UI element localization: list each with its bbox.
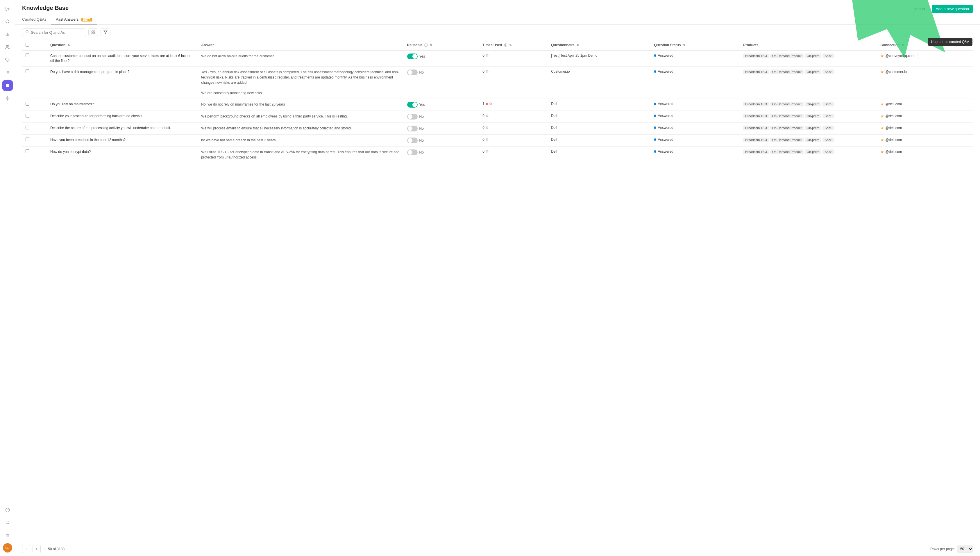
times-settings-icon[interactable]: ⚙ (486, 149, 489, 154)
star-icon[interactable]: ★ (880, 53, 884, 58)
reusable-toggle[interactable] (407, 102, 417, 108)
row-checkbox[interactable] (26, 53, 29, 57)
table-row: Do you rely on mainframes? No, we do not… (22, 99, 973, 110)
search-box[interactable] (22, 28, 86, 36)
status-dot (654, 54, 656, 57)
reusable-toggle[interactable] (407, 53, 417, 59)
more-actions-icon[interactable]: ⋮ (903, 114, 907, 118)
star-icon[interactable]: ★ (880, 70, 884, 74)
times-settings-icon[interactable]: ⚙ (486, 53, 489, 58)
row-times-used: 0 ⚙ (479, 110, 548, 123)
sidebar-icon-flag[interactable] (2, 517, 13, 528)
more-actions-icon[interactable]: ⋮ (903, 126, 907, 130)
more-actions-icon[interactable]: ⋮ (916, 53, 920, 58)
rows-per-page-select[interactable]: 50 100 25 (957, 546, 973, 553)
reusable-toggle[interactable] (407, 137, 417, 143)
more-actions-icon[interactable]: ⋮ (903, 102, 907, 107)
svg-rect-28 (93, 32, 95, 34)
product-tag: On-prem (805, 70, 821, 74)
tab-bar: Curated Q&As Past Answers BETA (22, 15, 973, 24)
sidebar-icon-list[interactable] (2, 68, 13, 78)
times-settings-icon[interactable]: ⚙ (489, 102, 492, 106)
more-actions-icon[interactable]: ⋮ (903, 137, 907, 142)
svg-rect-26 (93, 31, 95, 32)
select-all-checkbox[interactable] (26, 43, 29, 47)
row-checkbox[interactable] (26, 70, 29, 73)
star-icon[interactable]: ★ (880, 102, 884, 107)
star-icon[interactable]: ★ (880, 114, 884, 118)
row-status: Answered (650, 66, 740, 99)
sidebar-icon-search[interactable] (2, 16, 13, 27)
times-settings-icon[interactable]: ⚙ (486, 114, 489, 118)
layout-toggle-button[interactable] (89, 29, 98, 36)
row-reusable: No (404, 134, 479, 146)
row-checkbox[interactable] (26, 126, 29, 129)
table-container: Question ⇅ Answer Reusable ⓘ ⇅ Times Use… (15, 40, 980, 542)
times-settings-icon[interactable]: ⚙ (486, 70, 489, 74)
row-checkbox[interactable] (26, 137, 29, 141)
beta-badge: BETA (81, 18, 92, 21)
table-footer: 1 - 50 of 3183 Rows per page: 50 100 25 (15, 542, 980, 556)
search-input[interactable] (31, 30, 83, 35)
tab-past-answers[interactable]: Past Answers BETA (51, 15, 97, 24)
row-checkbox[interactable] (26, 149, 29, 153)
row-checkbox[interactable] (26, 102, 29, 105)
sidebar-icon-sort[interactable] (2, 530, 13, 541)
prev-page-button[interactable] (22, 545, 30, 553)
col-header-check[interactable] (22, 40, 47, 51)
star-icon[interactable]: ★ (880, 126, 884, 130)
star-icon[interactable]: ★ (880, 149, 884, 154)
more-actions-icon[interactable]: ⋮ (903, 149, 907, 154)
row-questionnaire: [Test] Test April 25 1pm Demo (548, 51, 650, 66)
row-answer: No, we do not rely on mainframes for the… (198, 99, 403, 110)
svg-marker-15 (6, 96, 9, 100)
row-checkbox[interactable] (26, 114, 29, 118)
svg-line-24 (28, 32, 29, 33)
reusable-toggle[interactable] (407, 126, 417, 131)
times-alert-dot (486, 103, 488, 105)
col-header-question-status[interactable]: Question Status ⇅ (650, 40, 740, 51)
sidebar-icon-tag[interactable] (2, 55, 13, 65)
product-tag: On-Demand Product (770, 149, 804, 154)
user-avatar[interactable]: CJ (3, 543, 12, 553)
row-questionnaire: Dell (548, 123, 650, 134)
row-products: Broadcom 16.3On-Demand ProductOn-premSaa… (740, 110, 877, 123)
svg-marker-29 (104, 31, 107, 34)
sidebar-icon-logout[interactable] (2, 3, 13, 14)
sidebar-icon-chart[interactable] (2, 29, 13, 40)
sidebar-icon-help[interactable] (2, 505, 13, 515)
status-dot (654, 126, 656, 129)
row-answer: We perform background checks on all empl… (198, 110, 403, 123)
col-header-question[interactable]: Question ⇅ (47, 40, 198, 51)
next-page-button[interactable] (32, 545, 41, 553)
times-settings-icon[interactable]: ⚙ (486, 137, 489, 142)
sort-connection-icon: ⇅ (902, 44, 904, 47)
sort-questionnaire-icon: ⇅ (577, 44, 579, 47)
product-tag: SaaS (822, 102, 834, 107)
row-checkbox-cell (22, 99, 47, 110)
col-header-times-used[interactable]: Times Used ⓘ ⇅ (479, 40, 548, 51)
row-times-used: 0 ⚙ (479, 123, 548, 134)
tab-curated-qnas[interactable]: Curated Q&As (22, 15, 51, 24)
reusable-toggle[interactable] (407, 114, 417, 120)
row-checkbox-cell (22, 123, 47, 134)
col-header-connection[interactable]: Connection ⇅ (877, 40, 973, 51)
row-questionnaire: Customer.io (548, 66, 650, 99)
product-tag: On-Demand Product (770, 126, 804, 130)
sidebar-icon-users[interactable] (2, 42, 13, 52)
filter-button[interactable] (101, 29, 110, 36)
times-settings-icon[interactable]: ⚙ (486, 126, 489, 130)
add-question-button[interactable]: Add a new question (932, 5, 973, 13)
reusable-toggle[interactable] (407, 149, 417, 155)
sidebar-icon-integration[interactable] (2, 93, 13, 103)
row-reusable: No (404, 146, 479, 163)
col-header-reusable[interactable]: Reusable ⓘ ⇅ (404, 40, 479, 51)
star-icon[interactable]: ★ (880, 137, 884, 142)
import-button[interactable]: Import (910, 5, 929, 13)
col-header-questionnaire[interactable]: Questionnaire ⇅ (548, 40, 650, 51)
reusable-toggle[interactable] (407, 70, 417, 75)
row-question: Have you been breached in the past 12 mo… (47, 134, 198, 146)
sidebar-icon-knowledge[interactable] (2, 80, 13, 91)
more-actions-icon[interactable]: ⋮ (908, 70, 912, 74)
sort-times-icon: ⇅ (509, 44, 511, 47)
